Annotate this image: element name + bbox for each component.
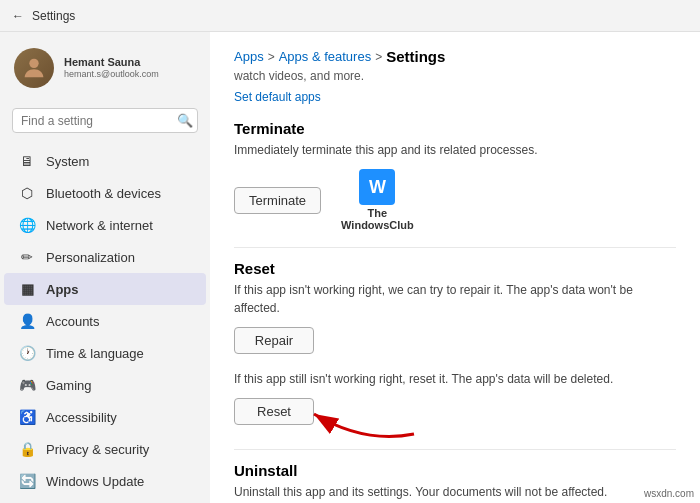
breadcrumb-current: Settings: [386, 48, 445, 65]
breadcrumb-part2[interactable]: Apps & features: [279, 49, 372, 64]
sidebar-item-label-update: Windows Update: [46, 474, 144, 489]
sidebar-item-privacy[interactable]: 🔒 Privacy & security: [4, 433, 206, 465]
sidebar-item-label-accessibility: Accessibility: [46, 410, 117, 425]
repair-action-row: Repair: [234, 327, 676, 354]
app-body: Hemant Sauna hemant.s@outlook.com 🔍 🖥 Sy…: [0, 32, 700, 503]
sidebar-item-apps[interactable]: ▦ Apps: [4, 273, 206, 305]
sidebar-item-accessibility[interactable]: ♿ Accessibility: [4, 401, 206, 433]
search-input[interactable]: [21, 114, 171, 128]
red-arrow: [304, 394, 424, 444]
sidebar-item-network[interactable]: 🌐 Network & internet: [4, 209, 206, 241]
back-button[interactable]: ←: [12, 9, 24, 23]
sidebar-item-label-bluetooth: Bluetooth & devices: [46, 186, 161, 201]
sidebar-item-time[interactable]: 🕐 Time & language: [4, 337, 206, 369]
gaming-icon: 🎮: [18, 376, 36, 394]
avatar: [14, 48, 54, 88]
reset-row: Reset: [234, 398, 314, 425]
terminate-button[interactable]: Terminate: [234, 187, 321, 214]
app-name-line2: WindowsClub: [341, 219, 414, 231]
uninstall-desc: Uninstall this app and its settings. You…: [234, 483, 676, 501]
sidebar-item-label-apps: Apps: [46, 282, 79, 297]
sidebar-item-label-gaming: Gaming: [46, 378, 92, 393]
reset-desc2: If this app still isn't working right, r…: [234, 370, 676, 388]
sidebar-item-personalization[interactable]: ✏ Personalization: [4, 241, 206, 273]
title-bar: ← Settings: [0, 0, 700, 32]
watermark: wsxdn.com: [644, 488, 694, 499]
set-default-link[interactable]: Set default apps: [234, 90, 321, 104]
sidebar-item-label-time: Time & language: [46, 346, 144, 361]
sidebar: Hemant Sauna hemant.s@outlook.com 🔍 🖥 Sy…: [0, 32, 210, 503]
terminate-title: Terminate: [234, 120, 676, 137]
personalization-icon: ✏: [18, 248, 36, 266]
search-box[interactable]: 🔍: [12, 108, 198, 133]
user-section[interactable]: Hemant Sauna hemant.s@outlook.com: [0, 40, 210, 96]
accounts-icon: 👤: [18, 312, 36, 330]
user-name: Hemant Sauna: [64, 55, 159, 69]
breadcrumb: Apps > Apps & features > Settings: [234, 48, 676, 65]
update-icon: 🔄: [18, 472, 36, 490]
app-logo: W The WindowsClub: [341, 169, 414, 231]
user-email: hemant.s@outlook.com: [64, 69, 159, 81]
reset-title: Reset: [234, 260, 676, 277]
bluetooth-icon: ⬡: [18, 184, 36, 202]
content-area: Apps > Apps & features > Settings watch …: [210, 32, 700, 503]
user-info: Hemant Sauna hemant.s@outlook.com: [64, 55, 159, 81]
title-bar-label: Settings: [32, 9, 75, 23]
time-icon: 🕐: [18, 344, 36, 362]
sidebar-item-system[interactable]: 🖥 System: [4, 145, 206, 177]
divider-2: [234, 449, 676, 450]
subtext: watch videos, and more.: [234, 69, 676, 83]
sidebar-item-label-accounts: Accounts: [46, 314, 99, 329]
sidebar-item-accounts[interactable]: 👤 Accounts: [4, 305, 206, 337]
sidebar-item-label-personalization: Personalization: [46, 250, 135, 265]
reset-button[interactable]: Reset: [234, 398, 314, 425]
sidebar-item-label-network: Network & internet: [46, 218, 153, 233]
privacy-icon: 🔒: [18, 440, 36, 458]
terminate-desc: Immediately terminate this app and its r…: [234, 141, 676, 159]
svg-point-0: [29, 59, 38, 68]
sidebar-item-gaming[interactable]: 🎮 Gaming: [4, 369, 206, 401]
search-icon: 🔍: [177, 113, 193, 128]
app-name-line1: The: [368, 207, 388, 219]
breadcrumb-sep2: >: [375, 50, 382, 64]
divider-1: [234, 247, 676, 248]
system-icon: 🖥: [18, 152, 36, 170]
network-icon: 🌐: [18, 216, 36, 234]
sidebar-item-bluetooth[interactable]: ⬡ Bluetooth & devices: [4, 177, 206, 209]
apps-icon: ▦: [18, 280, 36, 298]
repair-button[interactable]: Repair: [234, 327, 314, 354]
sidebar-item-label-privacy: Privacy & security: [46, 442, 149, 457]
accessibility-icon: ♿: [18, 408, 36, 426]
app-logo-icon: W: [359, 169, 395, 205]
terminate-action-row: Terminate W The WindowsClub: [234, 169, 676, 231]
breadcrumb-part1[interactable]: Apps: [234, 49, 264, 64]
sidebar-item-update[interactable]: 🔄 Windows Update: [4, 465, 206, 497]
uninstall-title: Uninstall: [234, 462, 676, 479]
reset-desc1: If this app isn't working right, we can …: [234, 281, 676, 317]
back-icon: ←: [12, 9, 24, 23]
sidebar-item-label-system: System: [46, 154, 89, 169]
breadcrumb-sep1: >: [268, 50, 275, 64]
